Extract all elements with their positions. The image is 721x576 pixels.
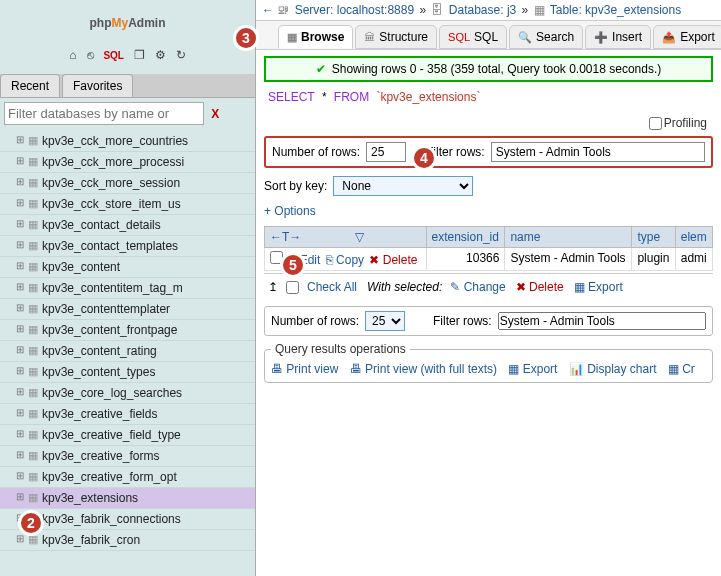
cell-type: plugin (632, 248, 675, 271)
tab-export[interactable]: 📤Export (653, 25, 721, 49)
cell-name: System - Admin Tools (505, 248, 632, 271)
table-icon: ▦ (534, 3, 545, 17)
table-icon: ▦ (28, 344, 38, 357)
tab-search[interactable]: 🔍Search (509, 25, 583, 49)
table-icon: ▦ (28, 260, 38, 273)
tree-item-kpv3e_content_frontpage[interactable]: ▦kpv3e_content_frontpage (0, 320, 255, 341)
profiling-checkbox[interactable] (649, 117, 662, 130)
tab-browse[interactable]: ▦Browse (278, 25, 353, 49)
table-tree[interactable]: ▦kpv3e_cck_more_countries▦kpv3e_cck_more… (0, 129, 255, 576)
tab-favorites[interactable]: Favorites (62, 74, 133, 97)
col-extension-id[interactable]: extension_id (426, 227, 505, 248)
tree-item-kpv3e_cck_more_session[interactable]: ▦kpv3e_cck_more_session (0, 173, 255, 194)
tree-item-kpv3e_cck_more_countries[interactable]: ▦kpv3e_cck_more_countries (0, 131, 255, 152)
clear-filter-icon[interactable]: X (211, 107, 219, 121)
table-icon: ▦ (28, 428, 38, 441)
tree-item-kpv3e_content_types[interactable]: ▦kpv3e_content_types (0, 362, 255, 383)
delete-link[interactable]: ✖ Delete (369, 253, 417, 267)
table-icon: ▦ (28, 407, 38, 420)
print-view-link[interactable]: 🖶 Print view (271, 362, 338, 376)
row-filter-bar: Number of rows: Filter rows: (264, 136, 713, 168)
cell-elem: admi (675, 248, 712, 271)
logout-icon[interactable]: ⎋ (87, 48, 94, 62)
col-type[interactable]: type (632, 227, 675, 248)
tree-item-kpv3e_cck_more_processi[interactable]: ▦kpv3e_cck_more_processi (0, 152, 255, 173)
table-icon: ▦ (28, 155, 38, 168)
filter-rows-input[interactable] (491, 142, 705, 162)
sort-key-select[interactable]: None (333, 176, 473, 196)
badge-5: 5 (280, 252, 306, 278)
options-toggle[interactable]: + Options (264, 200, 713, 222)
tree-item-kpv3e_core_log_searches[interactable]: ▦kpv3e_core_log_searches (0, 383, 255, 404)
num-rows-select[interactable]: 25 (365, 311, 405, 331)
arrow-up-icon: ↥ (268, 280, 278, 294)
table-icon: ▦ (28, 491, 38, 504)
table-icon: ▦ (28, 197, 38, 210)
tree-item-kpv3e_cck_store_item_us[interactable]: ▦kpv3e_cck_store_item_us (0, 194, 255, 215)
breadcrumb-db[interactable]: j3 (507, 3, 516, 17)
server-icon: 🖳 (277, 3, 289, 17)
tree-item-kpv3e_creative_form_opt[interactable]: ▦kpv3e_creative_form_opt (0, 467, 255, 488)
print-full-link[interactable]: 🖶 Print view (with full texts) (350, 362, 497, 376)
settings-icon[interactable]: ⚙ (155, 48, 166, 62)
tree-item-kpv3e_content[interactable]: ▦kpv3e_content (0, 257, 255, 278)
table-icon: ▦ (28, 239, 38, 252)
col-name[interactable]: name (505, 227, 632, 248)
sql-tab-icon: SQL (448, 31, 470, 43)
num-rows-input[interactable] (366, 142, 406, 162)
tree-item-kpv3e_contentitem_tag_m[interactable]: ▦kpv3e_contentitem_tag_m (0, 278, 255, 299)
tree-item-kpv3e_creative_field_type[interactable]: ▦kpv3e_creative_field_type (0, 425, 255, 446)
filter-input[interactable] (4, 102, 204, 125)
query-ops: Query results operations 🖶 Print view 🖶 … (264, 342, 713, 383)
sql-icon[interactable]: SQL (103, 50, 124, 61)
delete-selected-link[interactable]: ✖ Delete (516, 280, 564, 294)
search-icon: 🔍 (518, 31, 532, 44)
breadcrumb-server[interactable]: localhost:8889 (337, 3, 414, 17)
table-icon: ▦ (28, 281, 38, 294)
tab-sql[interactable]: SQLSQL (439, 25, 507, 49)
table-icon: ▦ (28, 134, 38, 147)
tree-item-kpv3e_creative_forms[interactable]: ▦kpv3e_creative_forms (0, 446, 255, 467)
sql-query: SELECT * FROM `kpv3e_extensions` (264, 86, 713, 108)
tree-item-kpv3e_content_rating[interactable]: ▦kpv3e_content_rating (0, 341, 255, 362)
database-icon: 🗄 (431, 3, 443, 17)
results-table: ←T→ ▽ extension_id name type elem ✎ Edit… (264, 226, 713, 271)
tab-structure[interactable]: 🏛Structure (355, 25, 437, 49)
badge-4: 4 (411, 145, 437, 171)
table-icon: ▦ (28, 218, 38, 231)
table-icon: ▦ (28, 365, 38, 378)
tab-insert[interactable]: ➕Insert (585, 25, 651, 49)
tree-item-kpv3e_contact_templates[interactable]: ▦kpv3e_contact_templates (0, 236, 255, 257)
filter-rows-input-2[interactable] (498, 312, 706, 330)
tree-item-kpv3e_contenttemplater[interactable]: ▦kpv3e_contenttemplater (0, 299, 255, 320)
table-icon: ▦ (28, 323, 38, 336)
check-icon: ✔ (316, 62, 326, 76)
check-all-checkbox[interactable] (286, 281, 299, 294)
tab-recent[interactable]: Recent (0, 74, 60, 97)
check-all-link[interactable]: Check All (307, 280, 357, 294)
chart-link[interactable]: 📊 Display chart (569, 362, 657, 376)
create-link[interactable]: ▦ Cr (668, 362, 695, 376)
browse-icon: ▦ (287, 31, 297, 44)
breadcrumb-table[interactable]: kpv3e_extensions (585, 3, 681, 17)
table-icon: ▦ (28, 176, 38, 189)
copy-link[interactable]: ⎘ Copy (326, 253, 364, 267)
col-elem[interactable]: elem (675, 227, 712, 248)
structure-icon: 🏛 (364, 31, 375, 43)
export-selected-link[interactable]: ▦ Export (574, 280, 623, 294)
sidebar-tabs: Recent Favorites (0, 74, 255, 98)
reload-icon[interactable]: ↻ (176, 48, 186, 62)
success-message: ✔Showing rows 0 - 358 (359 total, Query … (264, 56, 713, 82)
tree-item-kpv3e_contact_details[interactable]: ▦kpv3e_contact_details (0, 215, 255, 236)
table-icon: ▦ (28, 449, 38, 462)
change-link[interactable]: ✎ Change (450, 280, 505, 294)
home-icon[interactable]: ⌂ (69, 48, 76, 62)
tree-item-kpv3e_creative_fields[interactable]: ▦kpv3e_creative_fields (0, 404, 255, 425)
tree-item-kpv3e_extensions[interactable]: ▦kpv3e_extensions (0, 488, 255, 509)
badge-3: 3 (233, 25, 259, 51)
sidebar-toolbar: ⌂ ⎋ SQL ❐ ⚙ ↻ (0, 42, 255, 66)
export-icon: 📤 (662, 31, 676, 44)
insert-icon: ➕ (594, 31, 608, 44)
docs-icon[interactable]: ❐ (134, 48, 145, 62)
export-link[interactable]: ▦ Export (508, 362, 557, 376)
